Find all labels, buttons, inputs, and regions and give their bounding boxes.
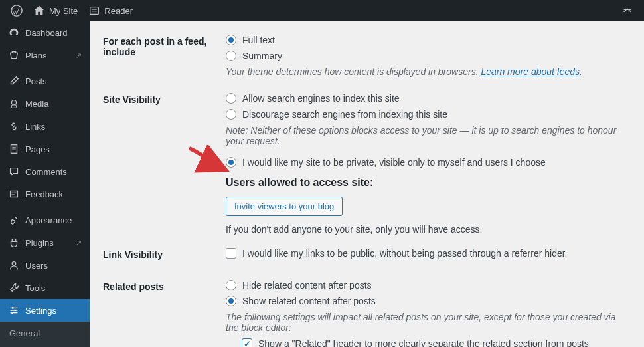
checkbox-icon: [242, 338, 252, 347]
external-icon: ↗: [76, 51, 82, 60]
sidebar-item-label: Media: [25, 99, 48, 109]
sidebar-item-label: Plugins: [25, 238, 54, 248]
radio-label: Discourage search engines from indexing …: [242, 109, 447, 120]
svg-rect-8: [11, 191, 18, 197]
settings-submenu: General Writing Reading Discussion: [0, 322, 90, 347]
external-icon: ↗: [76, 239, 82, 247]
svg-point-4: [11, 100, 16, 105]
sidebar-item-pages[interactable]: Pages: [0, 138, 90, 160]
visibility-section: Site Visibility Allow search engines to …: [103, 93, 631, 235]
sidebar-item-posts[interactable]: Posts: [0, 70, 90, 92]
house-icon: [33, 5, 45, 17]
sidebar-item-label: Plans: [25, 51, 47, 60]
link-visibility-section: Link Visibility I would like my links to…: [103, 248, 631, 264]
radio-label: Full text: [242, 35, 275, 45]
radio-label: Allow search engines to index this site: [242, 93, 400, 104]
my-site-label: My Site: [49, 6, 78, 16]
topbar-collapse[interactable]: [616, 0, 639, 21]
links-icon: [8, 120, 20, 132]
radio-icon: [226, 51, 236, 61]
sidebar-item-label: Users: [25, 261, 48, 271]
feed-note: Your theme determines how content is dis…: [226, 66, 631, 77]
radio-label: Hide related content after posts: [242, 280, 372, 290]
wp-logo-menu[interactable]: [5, 0, 28, 21]
feed-option-full[interactable]: Full text: [226, 35, 631, 45]
plugins-icon: [8, 237, 20, 249]
sidebar-item-appearance[interactable]: Appearance: [0, 209, 90, 231]
my-site-link[interactable]: My Site: [28, 0, 83, 21]
radio-icon: [226, 93, 236, 104]
svg-point-17: [11, 312, 13, 314]
related-option-show[interactable]: Show related content after posts: [226, 296, 631, 306]
admin-sidebar: Dashboard Plans ↗ Posts Media Links Page…: [0, 21, 90, 347]
sidebar-item-settings[interactable]: Settings: [0, 299, 90, 322]
submenu-writing[interactable]: Writing: [0, 342, 90, 347]
visibility-option-allow[interactable]: Allow search engines to index this site: [226, 93, 631, 104]
sidebar-item-label: Dashboard: [25, 28, 68, 38]
reader-link[interactable]: Reader: [83, 0, 138, 21]
sidebar-item-tools[interactable]: Tools: [0, 277, 90, 299]
related-note: The following settings will impact all r…: [226, 312, 631, 333]
checkbox-label: I would like my links to be public, with…: [242, 248, 568, 259]
dashboard-icon: [8, 27, 20, 39]
sidebar-item-label: Pages: [25, 144, 50, 154]
svg-point-11: [12, 262, 15, 265]
reader-icon: [88, 5, 100, 17]
radio-icon: [226, 35, 236, 45]
visibility-label: Site Visibility: [103, 93, 226, 105]
feed-label: For each post in a feed, include: [103, 35, 226, 57]
submenu-general[interactable]: General: [0, 324, 90, 342]
checkbox-icon: [226, 248, 236, 259]
svg-point-15: [12, 307, 14, 309]
radio-label: Summary: [242, 51, 282, 61]
radio-icon: [226, 296, 236, 306]
media-icon: [8, 98, 20, 110]
tools-icon: [8, 282, 20, 294]
radio-label: I would like my site to be private, visi…: [242, 157, 546, 168]
link-visibility-label: Link Visibility: [103, 248, 226, 260]
visibility-option-discourage[interactable]: Discourage search engines from indexing …: [226, 109, 631, 120]
invite-note: If you don't add anyone to your site, on…: [226, 224, 631, 235]
radio-icon: [226, 157, 236, 168]
related-posts-section: Related posts Hide related content after…: [103, 280, 631, 347]
feed-section: For each post in a feed, include Full te…: [103, 35, 631, 77]
collapse-icon: [621, 5, 633, 17]
sidebar-item-plans[interactable]: Plans ↗: [0, 44, 90, 66]
admin-topbar: My Site Reader: [0, 0, 644, 21]
sidebar-item-label: Appearance: [25, 215, 72, 225]
visibility-option-private[interactable]: I would like my site to be private, visi…: [226, 157, 631, 168]
sidebar-item-label: Posts: [25, 76, 47, 86]
sidebar-item-label: Tools: [25, 283, 45, 293]
sidebar-item-label: Links: [25, 122, 45, 132]
sidebar-item-plugins[interactable]: Plugins ↗: [0, 231, 90, 254]
sidebar-item-label: Settings: [25, 306, 56, 316]
svg-rect-1: [90, 7, 99, 15]
settings-content: For each post in a feed, include Full te…: [90, 21, 644, 347]
sidebar-item-media[interactable]: Media: [0, 92, 90, 115]
feed-option-summary[interactable]: Summary: [226, 51, 631, 61]
appearance-icon: [8, 214, 20, 226]
invite-viewers-button[interactable]: Invite viewers to your blog: [226, 197, 343, 216]
posts-icon: [8, 75, 20, 87]
learn-more-feeds-link[interactable]: Learn more about feeds: [481, 66, 580, 77]
related-option-hide[interactable]: Hide related content after posts: [226, 280, 631, 290]
sidebar-item-label: Feedback: [25, 189, 63, 199]
sidebar-item-links[interactable]: Links: [0, 115, 90, 138]
radio-label: Show related content after posts: [242, 296, 376, 306]
wordpress-logo-icon: [11, 5, 23, 17]
feedback-icon: [8, 188, 20, 200]
settings-icon: [8, 304, 20, 316]
link-visibility-option[interactable]: I would like my links to be public, with…: [226, 248, 631, 259]
users-allowed-heading: Users allowed to access site:: [226, 177, 631, 189]
sidebar-item-comments[interactable]: Comments: [0, 160, 90, 183]
radio-icon: [226, 280, 236, 290]
sidebar-item-label: Comments: [25, 167, 67, 177]
checkbox-label: Show a "Related" header to more clearly …: [258, 338, 589, 347]
plans-icon: [8, 49, 20, 61]
sidebar-item-dashboard[interactable]: Dashboard: [0, 21, 90, 44]
related-show-header[interactable]: Show a "Related" header to more clearly …: [242, 338, 631, 347]
users-icon: [8, 259, 20, 271]
sidebar-item-feedback[interactable]: Feedback: [0, 183, 90, 205]
sidebar-item-users[interactable]: Users: [0, 254, 90, 277]
pages-icon: [8, 143, 20, 155]
